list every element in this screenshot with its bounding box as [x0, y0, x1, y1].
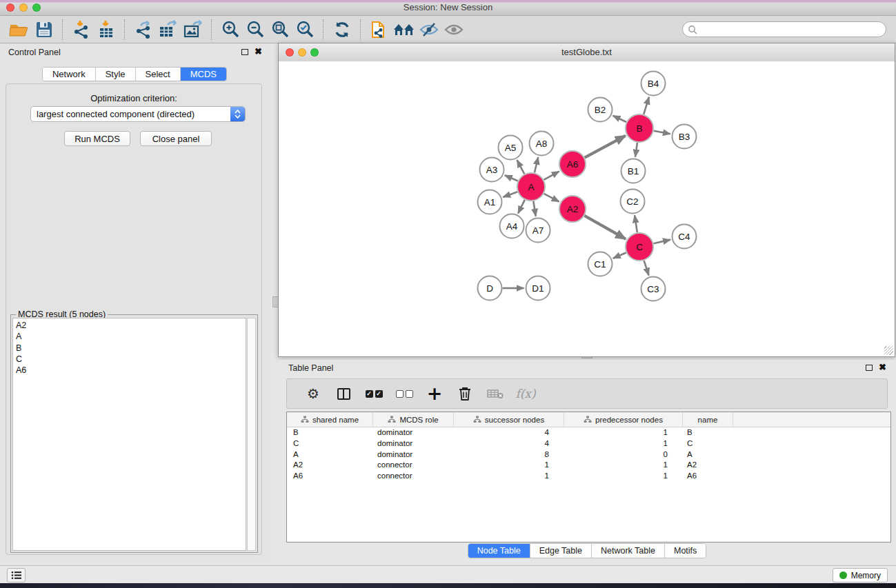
window-resize-grip[interactable]	[884, 346, 893, 355]
hide-selected-button[interactable]	[417, 19, 441, 41]
node-A3[interactable]: A3	[480, 158, 504, 182]
network-close-button[interactable]	[286, 48, 294, 57]
import-network-button[interactable]	[69, 19, 94, 41]
new-network-from-selection-button[interactable]	[367, 19, 392, 41]
node-A1[interactable]: A1	[478, 190, 502, 214]
node-C[interactable]: C	[626, 233, 653, 261]
refresh-view-button[interactable]	[330, 19, 355, 41]
edge-A2-C[interactable]	[584, 216, 626, 239]
run-mcds-button[interactable]: Run MCDS	[64, 131, 130, 146]
edge-A6-B[interactable]	[585, 136, 626, 158]
node-C4[interactable]: C4	[673, 225, 697, 249]
close-panel-button[interactable]: Close panel	[140, 131, 212, 146]
mcds-result-item[interactable]: A6	[16, 365, 246, 376]
node-A6[interactable]: A6	[559, 151, 586, 177]
node-C3[interactable]: C3	[641, 277, 666, 301]
open-session-button[interactable]	[7, 19, 32, 41]
column-header-name[interactable]: name	[683, 412, 733, 427]
zoom-fit-button[interactable]	[268, 19, 292, 41]
node-B3[interactable]: B3	[673, 125, 697, 149]
zoom-selected-button[interactable]	[292, 19, 317, 41]
mcds-result-item[interactable]: C	[16, 354, 246, 365]
maximize-window-button[interactable]	[32, 3, 41, 12]
column-header-MCDS-role[interactable]: MCDS role	[373, 412, 454, 427]
export-network-button[interactable]	[131, 19, 156, 41]
node-A5[interactable]: A5	[499, 136, 523, 160]
edge-A-A4[interactable]	[518, 200, 525, 214]
memory-button[interactable]: Memory	[833, 568, 888, 582]
delete-table-button[interactable]	[480, 381, 510, 406]
node-C2[interactable]: C2	[621, 190, 645, 214]
edge-A-A2[interactable]	[544, 194, 559, 202]
search-input[interactable]	[697, 23, 886, 37]
tab-network-table[interactable]: Network Table	[592, 544, 665, 558]
close-panel-icon[interactable]: ✖	[255, 48, 262, 55]
tab-network[interactable]: Network	[43, 68, 96, 81]
column-header-predecessor-nodes[interactable]: predecessor nodes	[564, 412, 683, 427]
close-table-panel-icon[interactable]: ✖	[879, 364, 886, 371]
node-A2[interactable]: A2	[559, 196, 586, 222]
toggle-panel-button[interactable]	[328, 381, 359, 406]
edge-A-A1[interactable]	[503, 192, 517, 197]
show-all-button[interactable]	[441, 19, 466, 41]
first-neighbors-button[interactable]	[392, 19, 417, 41]
table-row[interactable]: Cdominator41C	[287, 438, 890, 449]
network-minimize-button[interactable]	[298, 48, 306, 57]
edge-A-A6[interactable]	[544, 172, 559, 180]
deselect-all-button[interactable]	[389, 381, 419, 406]
table-row[interactable]: A2connector11A2	[287, 460, 890, 471]
edge-C-C1[interactable]	[613, 252, 626, 258]
column-header-successor-nodes[interactable]: successor nodes	[454, 412, 564, 427]
table-row[interactable]: Adominator80A	[287, 449, 890, 460]
network-window-titlebar[interactable]: testGlobe.txt	[279, 43, 895, 62]
result-scrollbar[interactable]	[247, 318, 256, 551]
column-settings-button[interactable]: ⚙	[298, 381, 328, 406]
float-panel-icon[interactable]	[241, 49, 248, 55]
tab-mcds[interactable]: MCDS	[181, 68, 226, 81]
network-maximize-button[interactable]	[310, 48, 319, 57]
edge-B-B3[interactable]	[654, 131, 670, 134]
node-A4[interactable]: A4	[500, 214, 524, 239]
node-A7[interactable]: A7	[526, 219, 550, 243]
tab-node-table[interactable]: Node Table	[468, 544, 530, 558]
tab-style[interactable]: Style	[96, 68, 136, 81]
edge-A-A8[interactable]	[535, 157, 538, 173]
edge-B-B1[interactable]	[635, 143, 637, 157]
edge-A-A3[interactable]	[505, 175, 518, 181]
tab-edge-table[interactable]: Edge Table	[530, 544, 592, 558]
node-C1[interactable]: C1	[588, 252, 613, 276]
mcds-result-item[interactable]: B	[16, 343, 246, 354]
mcds-result-item[interactable]: A2	[16, 320, 246, 331]
task-history-button[interactable]	[7, 568, 26, 582]
function-builder-button[interactable]: f(x)	[510, 381, 541, 406]
edge-C-C2[interactable]	[635, 215, 637, 232]
table-row[interactable]: A6connector11A6	[287, 471, 890, 482]
add-column-button[interactable]: +	[419, 381, 450, 406]
edge-C-C3[interactable]	[644, 261, 649, 276]
export-image-button[interactable]	[181, 19, 206, 41]
mcds-result-item[interactable]: A	[16, 331, 246, 342]
zoom-in-button[interactable]	[218, 19, 243, 41]
close-window-button[interactable]	[6, 3, 14, 12]
column-header-shared-name[interactable]: shared name	[287, 412, 373, 427]
window-controls[interactable]	[6, 3, 41, 12]
table-row[interactable]: Bdominator41B	[287, 427, 890, 438]
node-D[interactable]: D	[478, 276, 502, 301]
node-B4[interactable]: B4	[641, 72, 666, 96]
edge-A-A5[interactable]	[517, 160, 525, 174]
node-B[interactable]: B	[626, 114, 653, 142]
edge-B-B4[interactable]	[644, 97, 649, 114]
network-canvas[interactable]: A5A8A3A1A4A7AA6A2BB2B4B3B1CC2C4C1C3DD1	[279, 61, 895, 356]
edge-B-B2[interactable]	[613, 116, 626, 122]
mcds-result-list[interactable]: A2ABCA6	[12, 318, 246, 551]
save-session-button[interactable]	[32, 19, 57, 41]
edge-C-C4[interactable]	[653, 240, 670, 244]
node-B1[interactable]: B1	[621, 159, 646, 183]
search-field[interactable]	[682, 21, 886, 37]
zoom-out-button[interactable]	[243, 19, 268, 41]
select-all-button[interactable]: ✓✓	[359, 381, 389, 406]
export-table-button[interactable]	[156, 19, 181, 41]
optimization-criterion-select[interactable]: largest connected component (directed)	[30, 106, 246, 122]
minimize-window-button[interactable]	[19, 3, 28, 12]
node-D1[interactable]: D1	[526, 276, 550, 301]
